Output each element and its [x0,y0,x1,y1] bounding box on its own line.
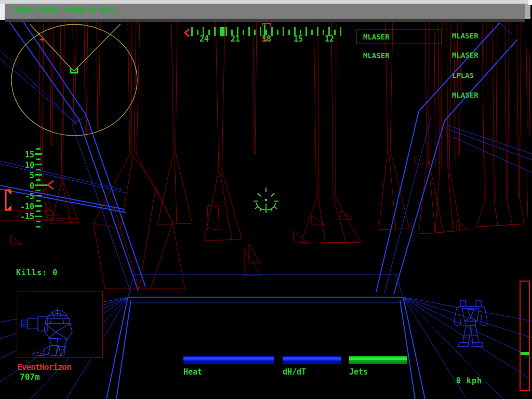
pitch-label: 10 [10,161,34,170]
message-bar-left-block [0,4,5,20]
pitch-label: -10 [10,202,34,211]
message-bar-right-block [525,4,530,19]
pitch-label: 5 [10,171,34,180]
weapon-group-item: MLASER [363,51,390,60]
throttle-gauge [520,281,530,391]
pitch-ticks [35,147,56,231]
speed-readout: 0 kph [456,376,482,385]
chat-message-text: Black Yoshi: ready as well. [15,6,119,14]
radar-display [5,21,145,140]
heading-center-tick [264,24,265,38]
dhdt-gauge [283,356,341,364]
target-mech-wireframe [17,291,102,357]
target-name: EventHorizon [17,362,71,372]
jets-gauge [349,356,407,364]
selected-weapon-box: MLASER [356,30,442,44]
pitch-label: -15 [10,212,34,221]
jets-gauge-label: Jets [349,367,368,377]
heading-target-chevron-icon [262,37,270,41]
pitch-label: 15 [10,150,34,159]
pitch-zero-arrow-icon [48,181,54,189]
weapon-list-item: LPLAS [452,71,474,79]
heading-left-arrow-icon [185,29,189,36]
radar-circle [11,24,137,136]
left-bracket-marker [2,188,14,212]
crosshair-reticle [252,185,280,215]
weapon-list-item: MLASER [452,51,478,59]
heat-gauge-label: Heat [183,367,202,377]
weapon-list-item: MLASER [452,91,478,99]
pitch-zero-line [35,184,49,186]
pitch-label: 0 [10,181,34,191]
target-monitor [17,291,103,358]
message-bar-corner-block [528,0,532,5]
heading-solid-marker [220,27,224,36]
weapon-list-item: MLASER [452,32,478,40]
heat-gauge [183,356,274,364]
kills-counter: Kills: 0 [16,268,58,277]
radar-fov-lines [30,24,121,71]
compass-markers [182,22,348,46]
radar-enemy-blip [40,37,45,42]
weapon-group-item: MLASER [363,33,390,41]
pitch-label: -5 [10,192,34,201]
target-distance: 707m [20,372,40,382]
dhdt-gauge-label: dH/dT [283,367,306,377]
game-viewport[interactable]: Black Yoshi: ready as well. 24 21 18 15 … [0,0,532,399]
message-bar-top-strip [0,0,532,4]
throttle-marker [521,352,529,355]
damage-mech-wireframe [452,299,494,348]
message-bar: Black Yoshi: ready as well. [0,0,532,22]
